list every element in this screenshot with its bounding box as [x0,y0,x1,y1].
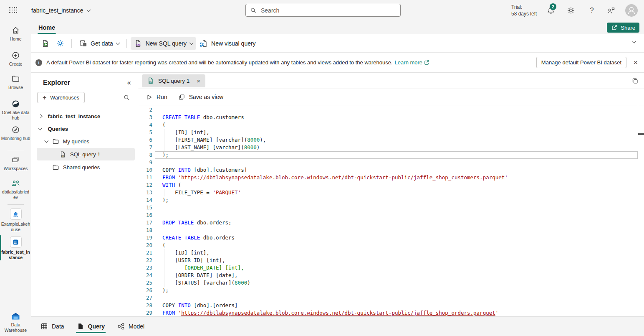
code-line[interactable]: 3CREATE TABLE dbo.customers [138,114,638,121]
query-toolbar: Run Save as view [138,89,644,105]
code-line[interactable]: 16 [138,211,638,219]
learn-more-link[interactable]: Learn more [395,59,429,66]
query-settings-button[interactable] [53,37,68,49]
code-line[interactable]: 26); [138,287,638,294]
code-content: [STATUS] [varchar](8000) [155,279,638,287]
code-line[interactable]: 18 [138,227,638,234]
save-as-view-button[interactable]: Save as view [178,94,223,101]
code-line[interactable]: 23 -- [ORDER_DATE] [int], [138,264,638,272]
new-visual-query-button[interactable]: New visual query [196,37,259,50]
code-line[interactable]: 28COPY INTO [dbo].[orders] [138,302,638,309]
code-line[interactable]: 7 [LAST_NAME] [varchar](8000) [138,144,638,151]
code-line[interactable]: 29FROM 'https://dbtlabsynapsedatalake.bl… [138,309,638,317]
nav-item-onelake-data-hub[interactable]: OneLake data hub [0,99,31,121]
plus-circle-icon [11,51,20,60]
nav-item-label: fabric_test_instance [1,249,30,260]
new-sql-query-button[interactable]: SQL New SQL query [131,37,196,50]
code-line[interactable]: 14); [138,196,638,204]
line-number: 3 [138,114,155,121]
tab-model[interactable]: Model [117,317,144,336]
code-line[interactable]: 12WITH ( [138,181,638,189]
chevron-down-icon [38,126,42,130]
chevron-down-icon [189,41,194,45]
code-content: COPY INTO [dbo].[orders] [155,302,638,309]
chevron-down-icon [86,8,91,12]
search-box[interactable] [245,4,401,17]
code-line[interactable]: 13 FILE_TYPE = 'PARQUET' [138,189,638,196]
share-button[interactable]: Share [607,23,639,33]
ribbon-tab-row: Home Share [31,21,644,34]
account-button[interactable] [625,4,638,17]
banner-close-icon[interactable]: × [634,59,638,66]
close-tab-icon[interactable]: × [197,78,200,84]
nav-item-browse[interactable]: Browse [0,74,31,90]
collapse-panel-icon[interactable]: « [127,79,131,87]
code-line[interactable]: 25 [STATUS] [varchar](8000) [138,279,638,287]
nav-item-examplelakehouse[interactable]: ExampleLakehouse [0,208,31,232]
help-button[interactable]: ? [587,5,597,15]
code-line[interactable]: 20( [138,242,638,249]
explorer-search-icon[interactable] [123,94,130,101]
bottom-view-switcher: Data Query Model [31,316,644,336]
code-content [155,227,638,234]
code-line[interactable]: 15 [138,204,638,211]
code-content: ( [155,242,638,249]
workspace-switcher[interactable]: fabric_test_instance [31,0,90,21]
code-line[interactable]: 10COPY INTO [dbo].[customers] [138,166,638,174]
nav-item-create[interactable]: Create [0,51,31,67]
search-input[interactable] [260,7,396,14]
code-content: FILE_TYPE = 'PARQUET' [155,189,638,196]
share-label: Share [621,25,635,31]
model-diagram-icon [117,323,125,330]
code-line[interactable]: 11FROM 'https://dbtlabsynapsedatalake.bl… [138,174,638,181]
new-warehouse-button[interactable]: + Warehouses [37,92,85,103]
query-tab-strip: SQL SQL query 1 × [138,73,644,89]
nav-item-label: Data Warehouse [1,322,30,333]
code-line[interactable]: 2 [138,106,638,114]
sql-file-icon: SQL [59,151,66,158]
code-line[interactable]: 5 [ID] [int], [138,129,638,136]
run-button[interactable]: Run [146,94,167,101]
tree-item-shared-queries[interactable]: Shared queries [31,161,138,173]
manage-dataset-button[interactable]: Manage default Power BI dataset [536,57,626,68]
nav-item-home[interactable]: Home [0,26,31,42]
code-content: [USER_ID] [int], [155,257,638,264]
code-line[interactable]: 8); [138,151,638,159]
nav-item-monitoring-hub[interactable]: Monitoring hub [0,125,31,141]
code-line[interactable]: 6 [FIRST_NAME] [varchar](8000), [138,136,638,144]
code-line[interactable]: 17DROP TABLE dbo.orders; [138,219,638,227]
nav-item-workspaces[interactable]: Workspaces [0,155,31,171]
tree-item-my-queries[interactable]: My queries [31,135,138,148]
tree-item-sql-query-1[interactable]: SQL SQL query 1 [37,148,135,160]
code-content [155,294,638,302]
notifications-button[interactable]: 2 [546,5,556,15]
nav-item-fabric-test-instance[interactable]: fabric_test_instance [0,236,31,260]
tab-data[interactable]: Data [40,317,64,336]
editor-overview-ruler[interactable] [638,105,644,316]
explorer-panel: Explorer « + Warehouses fabric_test_inst… [31,73,138,316]
refresh-button[interactable] [38,37,53,50]
run-label: Run [157,94,167,100]
tree-item-queries[interactable]: Queries [31,122,138,135]
settings-button[interactable] [566,5,576,15]
tree-item-warehouse-root[interactable]: fabric_test_instance [31,110,138,122]
code-line[interactable]: 9 [138,159,638,166]
nav-item-dbtlabsfabricdev[interactable]: dbtlabsfabricdev [0,179,31,200]
get-data-button[interactable]: Get data [76,37,123,50]
code-line[interactable]: 21 [ID] [int], [138,249,638,257]
code-line[interactable]: 24 [ORDER_DATE] [date], [138,272,638,279]
copy-icon[interactable] [631,77,639,84]
get-data-label: Get data [91,40,113,47]
query-tab-sql-query-1[interactable]: SQL SQL query 1 × [142,74,205,87]
ribbon-collapse-icon[interactable] [632,39,636,43]
app-launcher-icon[interactable] [9,7,17,13]
feedback-button[interactable] [606,5,616,15]
nav-item-data-warehouse[interactable]: Data Warehouse [0,312,31,333]
sql-editor[interactable]: 23CREATE TABLE dbo.customers4(5 [ID] [in… [138,105,644,316]
code-line[interactable]: 22 [USER_ID] [int], [138,257,638,264]
code-line[interactable]: 27 [138,294,638,302]
code-line[interactable]: 19CREATE TABLE dbo.orders [138,234,638,242]
tab-query[interactable]: Query [77,317,105,336]
ribbon-tab-home[interactable]: Home [35,21,59,34]
code-line[interactable]: 4( [138,121,638,129]
